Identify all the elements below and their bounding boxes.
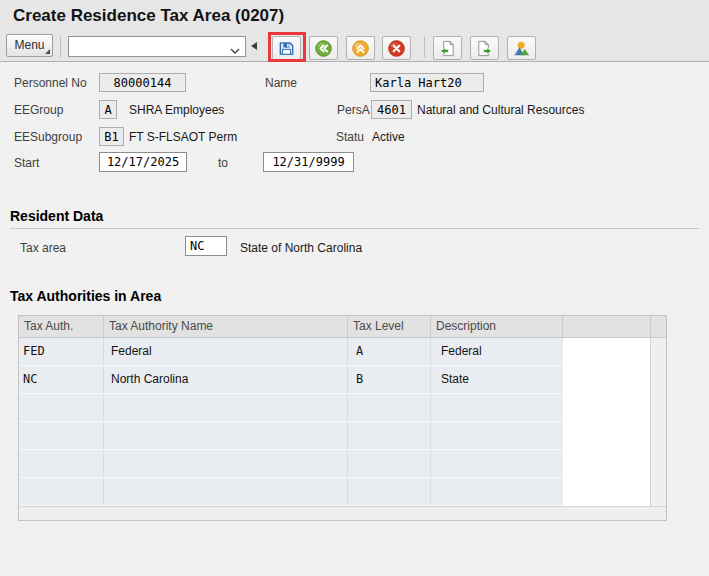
start-date-field[interactable]: 12/17/2025 <box>99 152 187 172</box>
ee-subgroup-text: FT S-FLSAOT Perm <box>129 130 237 144</box>
pers-a-field: 4601 <box>371 100 412 119</box>
cell-name[interactable]: Federal <box>104 338 348 365</box>
cell-desc[interactable] <box>431 478 563 505</box>
pers-a-label: PersA <box>337 103 370 117</box>
cell-desc[interactable] <box>431 450 563 477</box>
menu-dropdown-icon <box>45 49 50 54</box>
cell-level[interactable] <box>348 450 431 477</box>
cell-name[interactable] <box>104 422 348 449</box>
exit-icon <box>351 39 370 58</box>
column-header-level[interactable]: Tax Level <box>348 316 431 337</box>
cell-tax-auth[interactable]: NC <box>19 366 104 393</box>
cell-desc[interactable]: Federal <box>431 338 563 365</box>
tax-area-text: State of North Carolina <box>240 241 362 255</box>
toolbar-separator <box>424 37 425 57</box>
command-field[interactable] <box>68 36 246 57</box>
cell-name[interactable]: North Carolina <box>104 366 348 393</box>
cell-name[interactable] <box>104 478 348 505</box>
table-row[interactable]: NC North Carolina B State <box>19 366 563 394</box>
cell-tax-auth[interactable] <box>19 394 104 421</box>
pers-a-text: Natural and Cultural Resources <box>417 103 584 117</box>
page-title: Create Residence Tax Area (0207) <box>13 6 284 26</box>
horizontal-scrollbar[interactable] <box>19 506 666 520</box>
table-row[interactable] <box>19 478 563 506</box>
back-icon <box>314 39 333 58</box>
tax-area-field[interactable]: NC <box>185 236 227 256</box>
next-record-icon <box>475 39 494 58</box>
tax-authorities-table: Tax Auth. Tax Authority Name Tax Level D… <box>18 315 667 521</box>
ee-group-field: A <box>99 100 117 119</box>
ee-subgroup-label: EESubgroup <box>14 130 82 144</box>
previous-record-button[interactable] <box>433 36 462 60</box>
cell-level[interactable] <box>348 422 431 449</box>
column-header-tax-auth[interactable]: Tax Auth. <box>19 316 104 337</box>
overview-icon <box>512 39 531 58</box>
start-label: Start <box>14 156 39 170</box>
resident-data-heading: Resident Data <box>10 208 103 224</box>
table-header-row: Tax Auth. Tax Authority Name Tax Level D… <box>19 316 666 338</box>
personnel-no-field: 80000144 <box>99 73 186 92</box>
vertical-scrollbar[interactable] <box>651 338 666 506</box>
cancel-button[interactable] <box>382 36 411 60</box>
cell-level[interactable]: A <box>348 338 431 365</box>
ee-subgroup-field: B1 <box>99 127 124 146</box>
personnel-no-label: Personnel No <box>14 76 87 90</box>
cell-tax-auth[interactable] <box>19 478 104 505</box>
status-text: Active <box>372 130 405 144</box>
save-button[interactable] <box>272 36 301 60</box>
cell-level[interactable]: B <box>348 366 431 393</box>
cancel-icon <box>387 39 406 58</box>
save-icon <box>277 39 296 58</box>
cell-desc[interactable] <box>431 422 563 449</box>
ee-group-label: EEGroup <box>14 103 63 117</box>
tax-area-label: Tax area <box>20 241 66 255</box>
menu-button-label: Menu <box>14 38 44 52</box>
to-label: to <box>218 156 228 170</box>
exit-button[interactable] <box>346 36 375 60</box>
previous-record-icon <box>438 39 457 58</box>
back-button[interactable] <box>309 36 338 60</box>
tax-authorities-heading: Tax Authorities in Area <box>10 288 161 304</box>
cell-name[interactable] <box>104 394 348 421</box>
next-record-button[interactable] <box>470 36 499 60</box>
column-header-name[interactable]: Tax Authority Name <box>104 316 348 337</box>
table-body: FED Federal A Federal NC North Carolina … <box>19 338 563 506</box>
cell-level[interactable] <box>348 478 431 505</box>
table-row[interactable] <box>19 450 563 478</box>
name-label: Name <box>265 76 297 90</box>
end-date-field[interactable]: 12/31/9999 <box>263 152 354 172</box>
column-header-desc[interactable]: Description <box>431 316 563 337</box>
toolbar-separator <box>60 37 61 57</box>
table-empty-area <box>563 338 651 506</box>
table-row[interactable] <box>19 394 563 422</box>
table-row[interactable]: FED Federal A Federal <box>19 338 563 366</box>
cell-level[interactable] <box>348 394 431 421</box>
table-row[interactable] <box>19 422 563 450</box>
cell-desc[interactable]: State <box>431 366 563 393</box>
name-field: Karla Hart20 <box>370 73 484 92</box>
overview-button[interactable] <box>507 36 536 60</box>
cell-tax-auth[interactable] <box>19 422 104 449</box>
content-area: Personnel No 80000144 Name Karla Hart20 … <box>0 62 709 576</box>
column-header-scroll-corner <box>651 316 666 337</box>
menu-button[interactable]: Menu <box>6 34 53 57</box>
status-label: Statu <box>336 130 364 144</box>
chevron-down-icon[interactable] <box>230 44 240 58</box>
sap-window: Create Residence Tax Area (0207) Menu <box>0 0 709 576</box>
cell-name[interactable] <box>104 450 348 477</box>
collapse-toolbar-icon[interactable] <box>251 42 257 50</box>
ee-group-text: SHRA Employees <box>129 103 224 117</box>
column-header-empty <box>563 316 651 337</box>
cell-tax-auth[interactable]: FED <box>19 338 104 365</box>
section-divider <box>10 228 699 229</box>
header-bar: Create Residence Tax Area (0207) Menu <box>0 0 709 62</box>
cell-desc[interactable] <box>431 394 563 421</box>
cell-tax-auth[interactable] <box>19 450 104 477</box>
